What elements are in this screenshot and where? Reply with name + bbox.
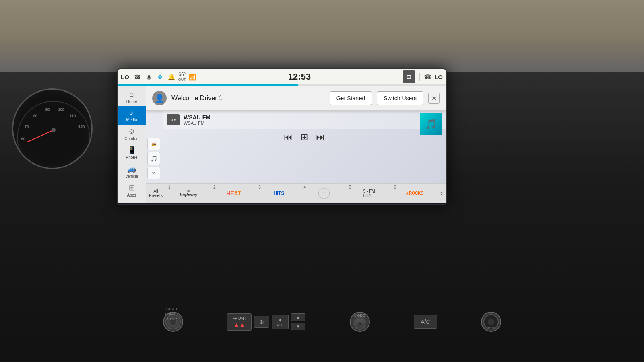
svg-point-14 — [488, 319, 494, 325]
defrost-button[interactable]: ⊕ — [254, 316, 269, 328]
svg-text:90: 90 — [45, 107, 50, 111]
svg-text:60: 60 — [21, 137, 25, 141]
svg-point-12 — [358, 322, 362, 326]
svg-text:80: 80 — [33, 114, 37, 118]
sirius-icon: SXM — [169, 118, 176, 122]
down-button[interactable]: ▼ — [291, 323, 305, 330]
presets-next-button[interactable]: › — [437, 189, 446, 197]
highway-logo: the highway — [180, 189, 197, 197]
divider — [419, 73, 420, 81]
source-button[interactable]: 📻 — [147, 138, 160, 150]
infotainment-screen: LO ☎ ◉ ⊛ 🔔 66° OUT 📶 12:53 ⊞ ☎ LO ⌂ Home… — [117, 68, 447, 205]
source-icon: 📻 — [151, 142, 156, 146]
svg-text:TUNE: TUNE — [488, 326, 494, 329]
front-heat-button[interactable]: FRONT ▲▲ — [227, 313, 251, 331]
status-bar: LO ☎ ◉ ⊛ 🔔 66° OUT 📶 12:53 ⊞ ☎ LO — [118, 69, 446, 84]
tune-knob[interactable]: TUNE — [481, 312, 501, 332]
album-art: 🎵 — [420, 113, 442, 135]
all-presets-button[interactable]: All Presets — [146, 184, 166, 203]
sirius-source-button[interactable]: SXM — [167, 114, 180, 125]
comfort-icon: ☺ — [128, 127, 135, 136]
apps-icon: ⊞ — [129, 183, 135, 192]
garage-background — [0, 0, 644, 72]
get-started-button[interactable]: Get Started — [330, 91, 372, 105]
grid-view-button[interactable]: ⊞ — [301, 132, 308, 142]
ac-label: A/C — [421, 319, 430, 325]
station-info-row: SXM WSAU FM WSAU FM — [163, 111, 446, 129]
main-content: ⌂ Home ♪ Media ☺ Comfort 📱 Phone 🚙 Vehic… — [118, 86, 446, 203]
presets-bar: All Presets 1 the highway 2 HEAT — [146, 183, 446, 203]
station-sub-name: WSAU FM — [184, 121, 418, 125]
heat-arrows-icon: ▲▲ — [232, 321, 246, 328]
home-icon: ⌂ — [130, 90, 134, 99]
sidebar-item-home[interactable]: ⌂ Home — [118, 88, 146, 106]
previous-track-button[interactable]: ⏮ — [284, 132, 293, 142]
fan-icon: ✦ — [277, 317, 283, 323]
album-art-icon: 🎵 — [425, 119, 437, 130]
front-heat-label: FRONT — [232, 316, 246, 321]
sidebar-item-comfort[interactable]: ☺ Comfort — [118, 125, 146, 143]
speedometer: 60 70 80 90 100 110 120 — [12, 88, 101, 177]
preset-4-add[interactable]: 4 + — [301, 184, 347, 203]
preset-3-hits[interactable]: 3 HITS — [256, 184, 301, 203]
media-content-area: 📻 🎵 ≋ SXM WSAU FM WSAU — [146, 111, 446, 203]
call-icon: ☎ — [424, 73, 432, 81]
next-track-button[interactable]: ⏭ — [316, 132, 325, 142]
svg-text:110: 110 — [70, 114, 76, 118]
equalizer-icon: ≋ — [152, 170, 156, 176]
ac-button[interactable]: A/C — [414, 315, 437, 329]
sidebar-navigation: ⌂ Home ♪ Media ☺ Comfort 📱 Phone 🚙 Vehic… — [118, 86, 146, 203]
lo-right-display: LO — [434, 74, 443, 80]
sidebar-item-apps[interactable]: ⊞ Apps — [118, 181, 146, 200]
grid-menu-button[interactable]: ⊞ — [402, 70, 415, 83]
svg-line-7 — [27, 130, 54, 142]
preset-6-rocks[interactable]: 6 ★ROCKS — [392, 184, 437, 203]
svg-text:70: 70 — [25, 125, 29, 129]
defrost-icon: ⊕ — [259, 319, 264, 325]
clock-display: 12:53 — [199, 72, 400, 82]
svg-text:100: 100 — [58, 107, 64, 111]
svg-text:120: 120 — [78, 125, 85, 129]
preset-1-highway[interactable]: 1 the highway — [166, 184, 211, 203]
user-avatar: 👤 — [152, 91, 167, 105]
add-preset-button[interactable]: + — [318, 188, 330, 199]
all-presets-label: All Presets — [149, 189, 163, 198]
preset-5-fm[interactable]: 5 5 - FM 88.1 — [347, 184, 392, 203]
bell-icon: 🔔 — [167, 72, 176, 81]
up-button[interactable]: ▲ — [291, 313, 305, 321]
sidebar-item-vehicle[interactable]: 🚙 Vehicle — [118, 162, 146, 181]
heat-logo: HEAT — [226, 190, 241, 197]
up-down-buttons: ▲ ▼ — [291, 313, 305, 330]
bluetooth-icon: ⊛ — [156, 72, 165, 81]
vehicle-icon: 🚙 — [127, 165, 136, 173]
sidebar-item-phone[interactable]: 📱 Phone — [118, 143, 146, 162]
station-details: WSAU FM WSAU FM — [184, 114, 418, 125]
welcome-notification: 👤 Welcome Driver 1 Get Started Switch Us… — [146, 86, 446, 111]
physical-controls: START ENGINE STOP FRONT ▲▲ ⊕ ✦ OFF ▲ ▼ M… — [141, 298, 523, 346]
fm-preset-label: 5 - FM 88.1 — [363, 189, 375, 198]
start-engine-label: START ENGINE STOP — [165, 306, 179, 322]
start-engine-area: START ENGINE STOP — [165, 306, 179, 322]
switch-users-button[interactable]: Switch Users — [377, 91, 423, 105]
radio-icon: ◉ — [144, 72, 153, 81]
fan-off-button[interactable]: ✦ OFF — [272, 315, 289, 329]
phone-icon: ☎ — [133, 72, 142, 81]
lo-left-display: LO — [121, 74, 129, 80]
equalizer-button[interactable]: ≋ — [147, 167, 160, 179]
music-note-icon: 🎵 — [151, 155, 157, 162]
hvac-knob-right[interactable]: MODE — [350, 312, 370, 332]
close-icon: ✕ — [431, 95, 437, 102]
wifi-icon: 📶 — [188, 73, 196, 81]
temperature-display: 66° OUT — [178, 72, 186, 82]
sidebar-item-media[interactable]: ♪ Media — [118, 106, 146, 125]
content-panel: 👤 Welcome Driver 1 Get Started Switch Us… — [146, 86, 446, 203]
preset-2-heat[interactable]: 2 HEAT — [211, 184, 256, 203]
hits-logo: HITS — [273, 191, 284, 196]
rocks-logo: ★ROCKS — [405, 191, 423, 195]
music-note-button[interactable]: 🎵 — [147, 152, 160, 165]
phone-nav-icon: 📱 — [127, 146, 136, 154]
mode-label: MODE — [354, 313, 365, 317]
svg-point-8 — [52, 128, 56, 132]
station-name: WSAU FM — [184, 114, 418, 121]
close-notification-button[interactable]: ✕ — [428, 93, 440, 104]
